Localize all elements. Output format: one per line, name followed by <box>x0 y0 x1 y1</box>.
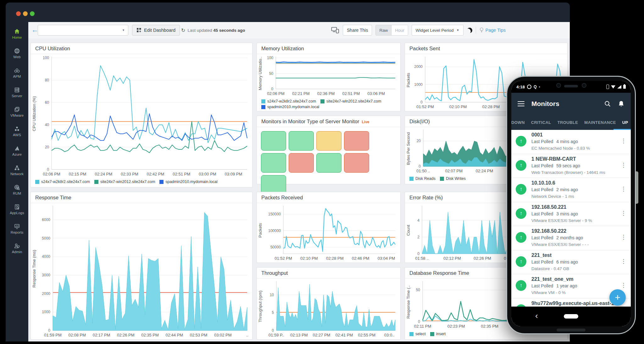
svg-text:2: 2 <box>417 235 419 239</box>
svg-text:02:08 PM: 02:08 PM <box>68 333 86 337</box>
sidebar-item-vmware[interactable]: VMware <box>6 106 28 117</box>
monitor-info: VMware ESX/ESXi Server - 9 % <box>531 218 592 223</box>
monitor-row[interactable]: ↑221_testLast Polled6 mins agoDatastore … <box>511 250 631 275</box>
svg-text:02:51 PM: 02:51 PM <box>173 172 190 176</box>
window-close-button[interactable] <box>16 11 21 16</box>
monitor-tile-up[interactable] <box>316 153 341 173</box>
refresh-icon[interactable]: ↻ <box>181 27 185 33</box>
status-up-icon: ↑ <box>516 280 526 291</box>
throughput-chart[interactable]: 051001:59 P..02:13 PM02:27 PM02:41 PM02:… <box>257 279 400 339</box>
svg-text:02:35 PM: 02:35 PM <box>481 324 498 329</box>
vmware-icon <box>14 106 20 113</box>
window-minimize-button[interactable] <box>23 11 28 16</box>
share-this-button[interactable]: Share This <box>343 25 372 36</box>
nav-back-icon[interactable]: ‹ <box>535 311 538 321</box>
sidebar-item-applogs[interactable]: AppLogs <box>6 204 28 215</box>
bell-icon[interactable] <box>618 100 625 108</box>
svg-text:..: .. <box>246 333 248 337</box>
panel-title: Memory Utilization <box>257 43 400 54</box>
svg-text:100000: 100000 <box>268 229 281 233</box>
edit-dashboard-button[interactable]: Edit Dashboard <box>132 25 180 36</box>
svg-text:5: 5 <box>272 310 274 315</box>
search-icon[interactable] <box>604 100 611 107</box>
monitor-name: 221_test_one_vm <box>531 276 573 282</box>
status-up-icon: ↑ <box>516 160 526 171</box>
sidebar-item-server[interactable]: Server <box>6 87 28 98</box>
cpu-utilization-chart[interactable]: 02040608010002:06 PM02:15 PM02:24 PM02:3… <box>31 54 252 178</box>
monitor-row[interactable]: ↑192.168.50.221Last Polled3 mins agoVMwa… <box>511 202 631 226</box>
panel-memory-utilization: Memory Utilization 05010002:06 PM02:21 P… <box>257 43 401 111</box>
q-notification-icon: Q <box>534 85 537 89</box>
kebab-menu-icon[interactable]: ⋮ <box>621 137 626 144</box>
phone-navigation-bar: ‹ <box>511 307 631 326</box>
phone-app-bar: Monitors <box>511 93 631 115</box>
svg-text:03:04 PM: 03:04 PM <box>378 256 395 261</box>
svg-text:02:53 PM: 02:53 PM <box>190 333 208 337</box>
phone-tab-up[interactable]: UP <box>619 115 631 130</box>
sidebar-item-aws[interactable]: AWS <box>6 126 28 137</box>
sidebar-item-web[interactable]: Web <box>6 48 28 59</box>
status-up-icon: ↑ <box>516 304 526 307</box>
kebab-menu-icon[interactable]: ⋮ <box>621 282 626 289</box>
widget-level-period-dropdown[interactable]: Widget Level Period ▼ <box>412 25 464 36</box>
sidebar-item-label: Network <box>6 172 28 176</box>
svg-text:01:59 PM: 01:59 PM <box>44 333 62 337</box>
svg-text:0: 0 <box>420 100 423 104</box>
rum-icon <box>14 184 20 191</box>
monitor-tile-up[interactable] <box>289 131 314 151</box>
monitor-tile-up[interactable] <box>261 131 286 151</box>
response-time-chart[interactable]: 010002000300040005000600001:59 PM02:08 P… <box>31 203 252 339</box>
memory-utilization-chart[interactable]: 05010002:06 PM02:21 PM02:36 PM02:51 PM03… <box>257 54 400 98</box>
svg-text:02:24 PM: 02:24 PM <box>95 172 112 176</box>
packets-received-chart[interactable]: 5000010000015000001:52 PM02:10 PM02:28 P… <box>257 203 400 263</box>
phone-tab-down[interactable]: DOWN <box>511 115 528 130</box>
panel-title: Response Time <box>31 192 252 203</box>
kebab-menu-icon[interactable]: ⋮ <box>621 162 626 169</box>
raw-segment[interactable]: Raw <box>376 25 391 35</box>
hamburger-menu-icon[interactable] <box>518 101 525 107</box>
monitor-tiles-grid <box>257 127 400 199</box>
kebab-menu-icon[interactable]: ⋮ <box>621 258 626 265</box>
monitor-info: Web Transaction (Browser) - 14641 ms <box>531 170 605 175</box>
sidebar-item-reports[interactable]: Reports <box>6 223 28 234</box>
sidebar-item-apm[interactable]: APM <box>6 67 28 78</box>
phone-tab-maintenance[interactable]: MAINTENANCE <box>581 115 619 130</box>
page-tips-button[interactable]: Page Tips <box>480 27 506 33</box>
sidebar-item-rum[interactable]: RUM <box>6 184 28 195</box>
svg-text:CPU Utilization (%): CPU Utilization (%) <box>32 96 36 131</box>
monitor-row[interactable]: ↑0001Last Polled4 mins agoEC Memcached N… <box>511 130 631 154</box>
admin-icon <box>14 243 20 249</box>
kebab-menu-icon[interactable]: ⋮ <box>621 234 626 241</box>
monitor-row[interactable]: ↑192.168.50.222Last Polled2 months agoVM… <box>511 226 631 250</box>
nav-home-pill[interactable] <box>564 314 578 319</box>
monitor-tile-trouble[interactable] <box>316 131 341 151</box>
monitor-tile-critical[interactable] <box>344 131 369 151</box>
devices-icon[interactable] <box>331 27 339 34</box>
server-icon <box>14 87 20 93</box>
sidebar-item-admin[interactable]: Admin <box>6 243 28 254</box>
monitor-tile-critical[interactable] <box>344 153 369 173</box>
window-zoom-button[interactable] <box>30 11 35 16</box>
kebab-menu-icon[interactable]: ⋮ <box>621 210 626 217</box>
svg-text:40: 40 <box>45 123 49 127</box>
back-arrow-icon[interactable]: ← <box>31 26 38 34</box>
monitor-tile-critical[interactable] <box>289 153 314 173</box>
monitor-tile-up[interactable] <box>261 153 286 173</box>
sidebar-nav: HomeWebAPMServerVMwareAWSAzureNetworkRUM… <box>6 22 28 341</box>
dark-mode-moon-icon[interactable] <box>467 28 472 33</box>
monitor-row[interactable]: ↑1 NEW-RBM-CARTLast Polled59 secs agoWeb… <box>511 154 631 178</box>
add-monitor-fab[interactable]: + <box>609 289 626 306</box>
monitor-info: VMware ESX/ESXi Server - - - <box>531 242 589 247</box>
hour-segment[interactable]: Hour <box>391 25 408 35</box>
svg-text:02:06 PM: 02:06 PM <box>267 91 285 96</box>
monitor-row[interactable]: ↑10.10.10.6Last Polled2 mins agoNetwork … <box>511 178 631 202</box>
phone-tab-critical[interactable]: CRITICAL <box>528 115 554 130</box>
sidebar-item-azure[interactable]: Azure <box>6 145 28 156</box>
cell-signal-icon <box>617 85 621 89</box>
sidebar-item-home[interactable]: Home <box>6 28 28 39</box>
phone-tab-trouble[interactable]: TROUBLE <box>554 115 581 130</box>
svg-text:Response Time (..: Response Time (.. <box>406 286 411 319</box>
dashboard-select[interactable]: ▼ <box>38 25 128 36</box>
kebab-menu-icon[interactable]: ⋮ <box>621 186 626 192</box>
sidebar-item-network[interactable]: Network <box>6 165 28 176</box>
